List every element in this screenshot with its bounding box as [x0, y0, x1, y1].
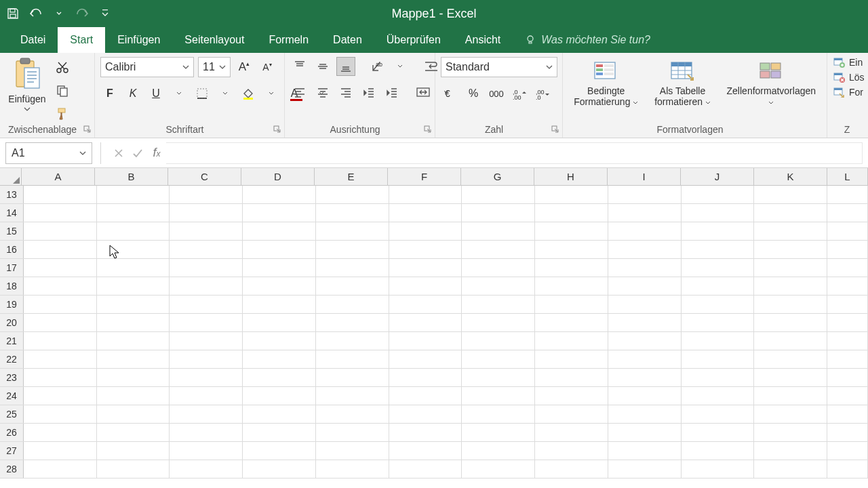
cell[interactable] — [682, 241, 755, 258]
cell[interactable] — [243, 442, 316, 460]
cell[interactable] — [24, 222, 97, 240]
row-header-20[interactable]: 20 — [0, 314, 24, 331]
cell[interactable] — [608, 277, 682, 295]
fill-color-button[interactable] — [239, 84, 258, 103]
cell[interactable] — [243, 350, 316, 368]
undo-dropdown-icon[interactable] — [50, 5, 68, 22]
cell[interactable] — [389, 424, 462, 441]
increase-decimal-button[interactable]: ,0,00 — [510, 84, 529, 103]
cell[interactable] — [827, 369, 868, 386]
cell[interactable] — [682, 442, 755, 460]
cell[interactable] — [682, 424, 755, 441]
column-header-B[interactable]: B — [95, 168, 168, 185]
format-painter-button[interactable] — [53, 104, 72, 123]
qat-customize-icon[interactable] — [96, 5, 114, 22]
cell[interactable] — [243, 277, 316, 295]
cell[interactable] — [827, 259, 868, 277]
cell[interactable] — [535, 259, 608, 277]
cell[interactable] — [24, 277, 97, 295]
cell[interactable] — [170, 405, 243, 423]
cell[interactable] — [462, 442, 535, 460]
tab-start[interactable]: Start — [58, 27, 105, 53]
cell[interactable] — [682, 332, 755, 350]
cell[interactable] — [24, 204, 97, 222]
cell[interactable] — [389, 314, 462, 331]
cell[interactable] — [97, 460, 170, 478]
cell[interactable] — [24, 387, 97, 405]
cell[interactable] — [827, 241, 868, 258]
cell[interactable] — [316, 424, 389, 441]
tab-ueberpruefen[interactable]: Überprüfen — [374, 27, 453, 53]
cell[interactable] — [170, 277, 243, 295]
cell[interactable] — [682, 222, 755, 240]
row-header-17[interactable]: 17 — [0, 259, 24, 277]
cell[interactable] — [316, 241, 389, 258]
column-header-E[interactable]: E — [315, 168, 388, 185]
cell[interactable] — [608, 296, 682, 313]
cell[interactable] — [170, 369, 243, 386]
cell[interactable] — [462, 332, 535, 350]
cell[interactable] — [754, 241, 827, 258]
cell[interactable] — [97, 277, 170, 295]
cell[interactable] — [682, 314, 755, 331]
column-header-I[interactable]: I — [608, 168, 681, 185]
cell[interactable] — [754, 222, 827, 240]
cell[interactable] — [316, 405, 389, 423]
align-middle-button[interactable] — [313, 57, 332, 76]
cell[interactable] — [754, 387, 827, 405]
column-header-C[interactable]: C — [168, 168, 241, 185]
column-header-K[interactable]: K — [754, 168, 827, 185]
cell[interactable] — [316, 204, 389, 222]
cell[interactable] — [608, 241, 682, 258]
cell[interactable] — [170, 241, 243, 258]
cell[interactable] — [754, 314, 827, 331]
cell[interactable] — [535, 442, 608, 460]
cell[interactable] — [389, 277, 462, 295]
cell[interactable] — [243, 204, 316, 222]
underline-button[interactable]: U — [146, 84, 165, 103]
cell[interactable] — [827, 314, 868, 331]
cell[interactable] — [170, 296, 243, 313]
comma-format-button[interactable]: 000 — [487, 84, 506, 103]
column-header-F[interactable]: F — [388, 168, 461, 185]
italic-button[interactable]: K — [123, 84, 142, 103]
name-box[interactable]: A1 — [5, 142, 92, 164]
cell[interactable] — [316, 222, 389, 240]
cell[interactable] — [243, 332, 316, 350]
cell[interactable] — [389, 259, 462, 277]
row-header-25[interactable]: 25 — [0, 405, 24, 423]
cell[interactable] — [754, 424, 827, 441]
cell[interactable] — [97, 387, 170, 405]
cell[interactable] — [389, 350, 462, 368]
cell-styles-button[interactable]: Zellenformatvorlagen — [722, 57, 821, 107]
cell[interactable] — [754, 442, 827, 460]
row-header-22[interactable]: 22 — [0, 350, 24, 368]
align-bottom-button[interactable] — [336, 57, 355, 76]
cell[interactable] — [389, 222, 462, 240]
cell[interactable] — [316, 259, 389, 277]
cell[interactable] — [462, 296, 535, 313]
cell[interactable] — [462, 460, 535, 478]
cell[interactable] — [754, 259, 827, 277]
increase-indent-button[interactable] — [382, 83, 401, 102]
cell[interactable] — [389, 296, 462, 313]
cell[interactable] — [535, 314, 608, 331]
cell[interactable] — [24, 241, 97, 258]
cell[interactable] — [316, 296, 389, 313]
cell[interactable] — [608, 204, 682, 222]
row-header-18[interactable]: 18 — [0, 277, 24, 295]
borders-dropdown[interactable] — [216, 84, 235, 103]
row-header-14[interactable]: 14 — [0, 204, 24, 222]
cell[interactable] — [462, 259, 535, 277]
cell[interactable] — [243, 186, 316, 203]
cell[interactable] — [170, 186, 243, 203]
select-all-button[interactable] — [0, 168, 22, 185]
cut-button[interactable] — [53, 58, 72, 77]
cell[interactable] — [316, 460, 389, 478]
cell[interactable] — [535, 369, 608, 386]
cell[interactable] — [243, 222, 316, 240]
cell[interactable] — [827, 186, 868, 203]
decrease-indent-button[interactable] — [359, 83, 378, 102]
fill-color-dropdown[interactable] — [262, 84, 281, 103]
decrease-decimal-button[interactable]: ,00,0 — [533, 84, 552, 103]
